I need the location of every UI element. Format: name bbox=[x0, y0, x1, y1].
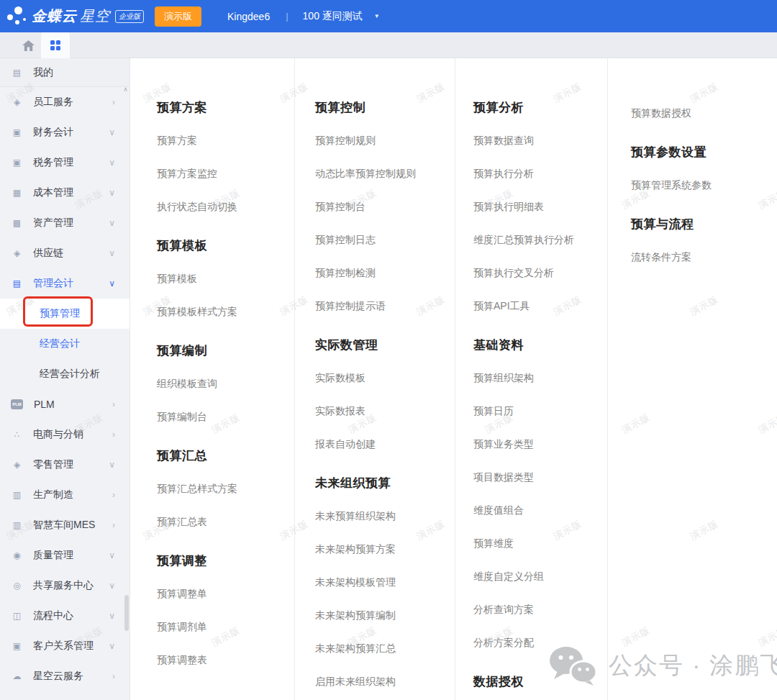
sidebar-item-asset-management[interactable]: ▩资产管理∨ bbox=[0, 208, 130, 238]
chevron-down-icon: ∨ bbox=[109, 158, 115, 168]
sidebar-item-label: 电商与分销 bbox=[33, 428, 112, 441]
sidebar-item-management-accounting[interactable]: ▤管理会计∨ bbox=[0, 268, 130, 299]
menu-item[interactable]: 预算API工具 bbox=[473, 290, 607, 323]
menu-section-title: 预算模板 bbox=[157, 228, 294, 263]
menu-item[interactable]: 预算汇总样式方案 bbox=[157, 473, 294, 506]
book-icon: ▤ bbox=[12, 278, 22, 288]
menu-item[interactable]: 预算业务类型 bbox=[473, 428, 607, 461]
menu-item[interactable]: 预算汇总表 bbox=[157, 506, 294, 539]
menu-item[interactable]: 预算控制台 bbox=[315, 191, 455, 224]
edition-badge: 企业版 bbox=[115, 10, 144, 23]
sidebar-item-budget-management[interactable]: 预算管理 bbox=[0, 299, 130, 329]
menu-item[interactable]: 未来架构预算汇总 bbox=[315, 632, 455, 665]
menu-item[interactable]: 预算控制规则 bbox=[315, 124, 455, 158]
home-button[interactable] bbox=[19, 32, 37, 58]
menu-item[interactable]: 预算调整表 bbox=[157, 644, 294, 677]
scrollbar-thumb[interactable] bbox=[124, 595, 129, 631]
menu-item[interactable]: 维度汇总预算执行分析 bbox=[473, 224, 607, 257]
sidebar-item-my[interactable]: ▤ 我的 bbox=[0, 58, 130, 87]
sidebar-item-finance-accounting[interactable]: ▣财务会计∨ bbox=[0, 117, 130, 147]
menu-item[interactable]: 预算数据查询 bbox=[473, 124, 607, 158]
menu-column-1: 预算方案预算方案预算方案监控执行状态自动切换预算模板预算模板预算模板样式方案预算… bbox=[130, 58, 295, 700]
menu-item[interactable]: 未来架构预算方案 bbox=[315, 533, 455, 566]
menu-item[interactable]: 启用未来组织架构 bbox=[315, 665, 455, 699]
sidebar-item-label: 流程中心 bbox=[33, 609, 109, 622]
sidebar-item-plm[interactable]: PLMPLM› bbox=[0, 389, 130, 419]
menu-item[interactable]: 预算模板样式方案 bbox=[157, 296, 294, 329]
module-menu: 预算方案预算方案预算方案监控执行状态自动切换预算模板预算模板预算模板样式方案预算… bbox=[130, 58, 777, 700]
menu-item[interactable]: 预算方案监控 bbox=[157, 158, 294, 191]
menu-section-title: 未来组织预算 bbox=[315, 465, 455, 500]
sidebar-item-supply-chain[interactable]: ◈供应链∨ bbox=[0, 238, 130, 268]
caret-down-icon[interactable]: ▼ bbox=[374, 13, 380, 19]
menu-item[interactable]: 未来架构预算编制 bbox=[315, 599, 455, 632]
sidebar-item-label: 经营会计 bbox=[40, 337, 130, 350]
menu-item[interactable]: 流转条件方案 bbox=[631, 241, 777, 274]
header-divider: | bbox=[286, 11, 288, 22]
sidebar-item-operating-accounting[interactable]: 经营会计 bbox=[0, 329, 130, 359]
menu-item[interactable]: 动态比率预算控制规则 bbox=[315, 158, 455, 191]
menu-item[interactable]: 未来预算组织架构 bbox=[315, 500, 455, 533]
menu-item[interactable]: 未来架构模板管理 bbox=[315, 566, 455, 599]
sidebar-item-label: 员工服务 bbox=[33, 96, 112, 109]
factory-icon: ▥ bbox=[12, 490, 22, 500]
chevron-down-icon: ∨ bbox=[109, 641, 115, 651]
app-header: 金蝶云 星空 企业版 演示版 Kingdee6 | 100 逐同测试 ▼ bbox=[0, 0, 777, 32]
sidebar-item-crm[interactable]: ▣客户关系管理∨ bbox=[0, 631, 130, 661]
menu-item[interactable]: 分析方案分配 bbox=[473, 627, 607, 660]
sidebar-item-smart-workshop-mes[interactable]: ▥智慧车间MES› bbox=[0, 510, 130, 540]
menu-item[interactable]: 预算控制检测 bbox=[315, 257, 455, 290]
sidebar-item-process-center[interactable]: ◫流程中心∨ bbox=[0, 601, 130, 631]
menu-item[interactable]: 报表自动创建 bbox=[315, 428, 455, 461]
menu-item[interactable]: 实际数报表 bbox=[315, 395, 455, 428]
menu-item[interactable]: 预算控制提示语 bbox=[315, 290, 455, 323]
sidebar-item-label: 共享服务中心 bbox=[33, 579, 109, 592]
menu-item[interactable]: 执行状态自动切换 bbox=[157, 191, 294, 224]
org-switcher[interactable]: 100 逐同测试 bbox=[303, 10, 363, 23]
menu-section-title: 预算分析 bbox=[473, 90, 607, 124]
menu-item[interactable]: 预算日历 bbox=[473, 395, 607, 428]
menu-section-title: 预算方案 bbox=[157, 90, 294, 124]
menu-item[interactable]: 预算执行明细表 bbox=[473, 191, 607, 224]
menu-item[interactable]: 预算管理系统参数 bbox=[631, 169, 777, 202]
sidebar-item-operating-accounting-analysis[interactable]: 经营会计分析 bbox=[0, 359, 130, 389]
menu-item[interactable]: 组织模板查询 bbox=[157, 368, 294, 401]
sidebar-item-quality-management[interactable]: ◉质量管理∨ bbox=[0, 540, 130, 571]
menu-section-title: 预算调整 bbox=[157, 543, 294, 578]
sidebar-item-tax-management[interactable]: ▣税务管理∨ bbox=[0, 147, 130, 178]
layers-icon: ◈ bbox=[12, 460, 22, 470]
sidebar-item-label: 资产管理 bbox=[33, 217, 109, 229]
menu-item[interactable]: 预算组织架构 bbox=[473, 362, 607, 395]
menu-item[interactable]: 实际数模板 bbox=[315, 362, 455, 395]
sidebar-item-employee-services[interactable]: ◈员工服务› bbox=[0, 87, 130, 117]
copy-icon: ▩ bbox=[12, 218, 22, 228]
menu-item[interactable]: 预算数据授权 bbox=[631, 97, 777, 130]
menu-item[interactable]: 维度值组合 bbox=[473, 494, 607, 527]
sidebar-item-shared-service-center[interactable]: ◎共享服务中心∨ bbox=[0, 571, 130, 601]
menu-item[interactable]: 预算调整单 bbox=[157, 578, 294, 611]
apps-grid-icon bbox=[50, 40, 60, 50]
menu-item[interactable]: 分析查询方案 bbox=[473, 594, 607, 627]
sidebar-item-cost-management[interactable]: ▦成本管理∨ bbox=[0, 178, 130, 208]
sidebar-item-label: 零售管理 bbox=[33, 458, 109, 471]
chevron-down-icon: ∨ bbox=[109, 550, 115, 560]
layers-icon: ◈ bbox=[12, 97, 22, 107]
menu-item[interactable]: 预算调剂单 bbox=[157, 611, 294, 644]
menu-item[interactable]: 维度自定义分组 bbox=[473, 560, 607, 594]
menu-item[interactable]: 预算执行交叉分析 bbox=[473, 257, 607, 290]
sidebar-item-label: 税务管理 bbox=[33, 156, 109, 169]
menu-item[interactable]: 项目数据类型 bbox=[473, 461, 607, 494]
chevron-right-icon: › bbox=[112, 520, 115, 530]
app-menu-tab[interactable] bbox=[41, 32, 70, 58]
sidebar-item-ecommerce-distribution[interactable]: ∴电商与分销› bbox=[0, 419, 130, 450]
sidebar-item-retail-management[interactable]: ◈零售管理∨ bbox=[0, 450, 130, 480]
scrollbar-up-arrow[interactable]: ∧ bbox=[122, 85, 130, 94]
menu-item[interactable]: 预算控制日志 bbox=[315, 224, 455, 257]
sidebar-item-manufacturing[interactable]: ▥生产制造› bbox=[0, 480, 130, 510]
menu-item[interactable]: 预算维度 bbox=[473, 527, 607, 560]
sidebar-item-galaxy-cloud-services[interactable]: ☁星空云服务› bbox=[0, 661, 130, 691]
menu-item[interactable]: 预算模板 bbox=[157, 263, 294, 296]
menu-item[interactable]: 预算方案 bbox=[157, 124, 294, 158]
menu-item[interactable]: 预算执行分析 bbox=[473, 158, 607, 191]
menu-item[interactable]: 预算编制台 bbox=[157, 401, 294, 434]
